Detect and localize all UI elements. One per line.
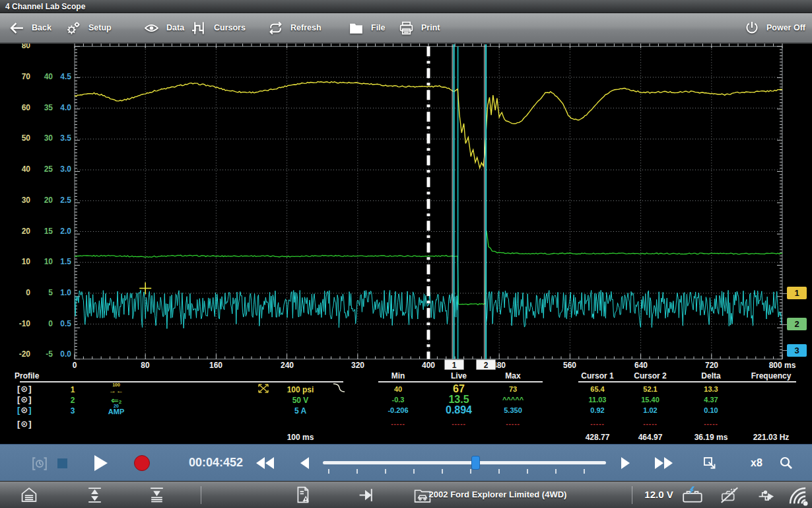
y-axis-label-ch3: 0.5: [60, 319, 71, 328]
fast-forward-button[interactable]: [655, 457, 673, 469]
cursor-2-flag[interactable]: 2: [476, 359, 496, 370]
record-button[interactable]: [134, 455, 150, 471]
cursor2-value: 1.02: [643, 406, 657, 414]
trigger-icon: [257, 383, 269, 396]
refresh-icon: [268, 20, 283, 36]
y-axis-label-ch3: 0.0: [60, 349, 71, 359]
folder-icon: [349, 20, 364, 36]
min-value: -----: [391, 420, 405, 427]
x-axis-label: 400: [422, 361, 435, 370]
channel-number: 3: [71, 406, 75, 416]
data-alert-button[interactable]: [294, 486, 313, 505]
zoom-button[interactable]: [779, 456, 794, 470]
toolbar-print-button[interactable]: Print: [399, 13, 440, 42]
channel-visibility-button[interactable]: [⊙]: [17, 419, 32, 429]
y-axis-label-ch3: 1.0: [60, 288, 71, 297]
zoom-window-button[interactable]: [702, 456, 717, 470]
y-axis-label-ch1: -10: [19, 319, 30, 328]
channel-1-zero-flag[interactable]: 1: [787, 287, 807, 299]
delta-value: 0.10: [704, 406, 718, 414]
live-value: 0.894: [446, 404, 472, 416]
min-value: 40: [394, 385, 402, 393]
toolbar-power-off-button[interactable]: Power Off: [745, 13, 805, 42]
cursor2-value: -----: [643, 420, 658, 427]
seek-bar[interactable]: [323, 461, 606, 464]
toolbar-file-button[interactable]: File: [349, 13, 386, 42]
status-bar: 2002 Ford Explorer Limited (4WD) 12.0 V: [0, 481, 812, 508]
toolbar-refresh-button[interactable]: Refresh: [268, 13, 321, 42]
cursor2-value: 15.40: [641, 396, 660, 404]
probe-type-icon: 20AMP: [108, 404, 124, 416]
x-axis: 080160240320400480560640720800 ms12: [0, 360, 812, 370]
column-header: Min: [391, 371, 405, 381]
column-header: Max: [505, 371, 520, 381]
column-header: Cursor 1: [581, 371, 613, 381]
x-axis-label: 800 ms: [769, 361, 796, 370]
toolbar-cursors-button[interactable]: Cursors: [191, 13, 246, 42]
step-forward-button[interactable]: [621, 457, 630, 469]
cursor-1-flag[interactable]: 1: [444, 359, 464, 370]
channel-number: 2: [71, 396, 75, 405]
toolbar-label: Cursors: [214, 23, 246, 32]
channel-visibility-button[interactable]: [⊙]: [17, 394, 32, 404]
gears-icon: [66, 20, 81, 36]
header-underline: [20, 381, 343, 382]
channel-visibility-button[interactable]: [⊙]: [17, 384, 32, 394]
toolbar-setup-button[interactable]: Setup: [66, 13, 112, 42]
x-axis-label: 240: [281, 361, 294, 370]
y-axis-label-ch2: 30: [44, 133, 53, 143]
y-axis-label-ch3: 4.0: [60, 103, 71, 112]
channel-number: 1: [71, 385, 75, 394]
stop-button[interactable]: [57, 458, 67, 468]
toolbar-back-button[interactable]: Back: [9, 13, 51, 42]
wifi-icon[interactable]: [783, 484, 812, 507]
seek-ticks: [328, 469, 601, 474]
y-axis-label-ch1: 40: [22, 164, 30, 174]
home-button[interactable]: [20, 486, 38, 504]
y-axis-label-ch3: 3.5: [60, 133, 71, 143]
max-value: 5.350: [504, 406, 522, 414]
y-axis-label-ch1: 0: [26, 288, 30, 297]
trace-channel-3: [75, 290, 457, 328]
seek-handle[interactable]: [471, 456, 480, 470]
channel-visibility-button[interactable]: [⊙]: [17, 405, 32, 415]
column-header: Delta: [701, 371, 720, 381]
sweep-rate: 100 ms: [287, 433, 314, 442]
measurement-panel: ProfileMinLiveMaxCursor 1Cursor 2DeltaFr…: [0, 370, 812, 444]
header-underline: [378, 381, 543, 382]
channel-3-zero-flag[interactable]: 3: [787, 344, 807, 357]
toolbar-data-button[interactable]: Data: [144, 13, 184, 42]
y-axis-label-ch3: 2.5: [60, 196, 71, 205]
max-value: ^^^^^: [502, 396, 524, 404]
y-axis-label-ch2: 40: [44, 72, 53, 81]
y-axis-label-ch1: 20: [22, 227, 30, 236]
y-axis-label-ch2: 15: [44, 227, 53, 236]
y-axis-label-ch2: 20: [44, 196, 53, 205]
channel-2-zero-flag[interactable]: 2: [787, 318, 807, 330]
y-axis-label-ch2: 0: [48, 319, 53, 328]
y-axis-label-ch1: -20: [19, 349, 30, 359]
expand-panels-button[interactable]: [86, 486, 104, 504]
max-value: 73: [509, 385, 517, 393]
power-icon: [745, 20, 759, 35]
probe-type-icon: 100→←: [109, 382, 123, 394]
delta-value: 4.37: [704, 396, 718, 404]
rewind-button[interactable]: [256, 457, 274, 469]
y-axis-label-ch2: -5: [46, 349, 53, 359]
waveform-plot[interactable]: [0, 44, 812, 360]
playback-speed[interactable]: x8: [751, 457, 762, 469]
collapse-panels-button[interactable]: [148, 486, 166, 504]
toolbar-label: Print: [421, 23, 440, 32]
y-axis-label-ch1: 30: [22, 196, 30, 205]
x-axis-label: 320: [351, 361, 364, 370]
y-axis-label-ch1: 80: [22, 44, 30, 50]
status-divider-2: [632, 486, 632, 504]
delta-value: -----: [704, 420, 718, 427]
eye-icon: [144, 20, 159, 36]
max-value: -----: [506, 420, 520, 427]
transfer-button[interactable]: [357, 486, 376, 504]
header-underline: [578, 381, 796, 382]
y-axis-label-ch2: 35: [44, 103, 53, 112]
play-button[interactable]: [94, 455, 108, 471]
step-back-button[interactable]: [300, 457, 309, 469]
